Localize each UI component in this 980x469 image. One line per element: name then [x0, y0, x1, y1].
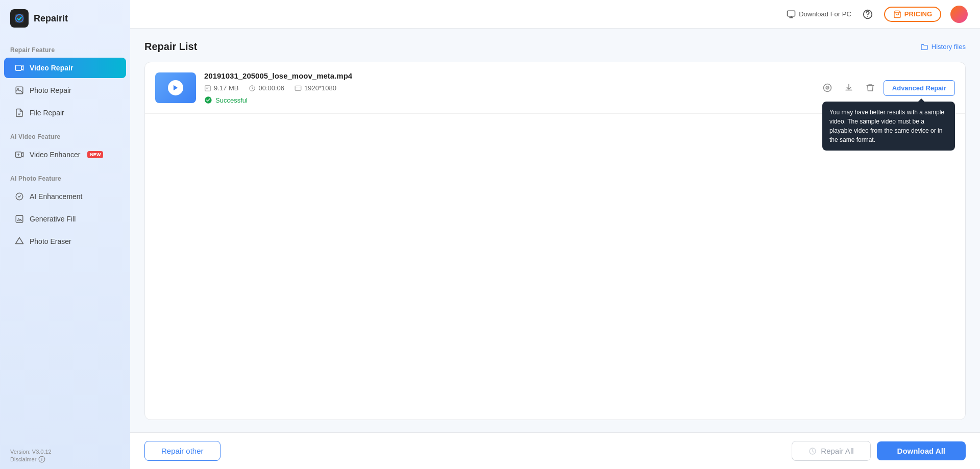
- sidebar-item-photo-eraser-label: Photo Eraser: [30, 237, 71, 245]
- duration-entry: 00:00:06: [249, 84, 284, 92]
- advanced-repair-wrapper: Advanced Repair You may have better resu…: [884, 80, 955, 96]
- fill-icon: [14, 214, 24, 224]
- sidebar-item-generative-fill-label: Generative Fill: [30, 215, 76, 223]
- repair-list: 20191031_205005_lose_moov_meta.mp4 9.17 …: [144, 62, 966, 420]
- item-status: Successful: [204, 96, 811, 104]
- file-size-entry: 9.17 MB: [204, 84, 238, 92]
- user-avatar[interactable]: [950, 6, 968, 23]
- pricing-label: PRICING: [904, 10, 932, 18]
- status-text: Successful: [215, 96, 248, 104]
- history-files-label: History files: [932, 43, 966, 51]
- svg-rect-10: [788, 11, 795, 16]
- svg-rect-15: [295, 86, 301, 90]
- sidebar-item-video-repair-label: Video Repair: [30, 64, 73, 72]
- item-meta: 9.17 MB 00:00:06: [204, 84, 811, 92]
- table-row: 20191031_205005_lose_moov_meta.mp4 9.17 …: [145, 62, 965, 114]
- preview-icon: [823, 83, 832, 92]
- main-content: Download For PC PRICING Repair List: [130, 0, 980, 469]
- content-area: Repair List History files: [130, 29, 980, 432]
- bottom-right-actions: Repair All Download All: [792, 441, 966, 461]
- sidebar-item-video-enhancer-label: Video Enhancer: [30, 151, 80, 159]
- sidebar-item-ai-enhancement-label: AI Enhancement: [30, 192, 83, 201]
- content-header: Repair List History files: [144, 41, 966, 53]
- sidebar-footer: Version: V3.0.12 Disclaimer: [0, 442, 130, 469]
- repair-other-button[interactable]: Repair other: [144, 441, 220, 461]
- svg-rect-7: [16, 215, 23, 223]
- app-logo: Repairit: [0, 0, 130, 37]
- version-text: Version: V3.0.12: [10, 449, 120, 455]
- repair-all-button[interactable]: Repair All: [792, 441, 870, 461]
- download-for-pc-label: Download For PC: [799, 10, 851, 18]
- sidebar-item-photo-repair-label: Photo Repair: [30, 86, 71, 94]
- pricing-button[interactable]: PRICING: [884, 7, 941, 22]
- video-enhancer-icon: [14, 150, 24, 160]
- repair-all-label: Repair All: [821, 447, 853, 455]
- help-button[interactable]: [861, 7, 875, 21]
- monitor-icon: [787, 10, 796, 19]
- ai-photo-label: AI Photo Feature: [0, 166, 130, 185]
- sidebar-item-video-enhancer[interactable]: Video Enhancer NEW: [4, 144, 126, 165]
- page-title: Repair List: [144, 41, 197, 53]
- download-for-pc-button[interactable]: Download For PC: [787, 10, 851, 19]
- duration: 00:00:06: [258, 84, 284, 92]
- disclaimer-link[interactable]: Disclaimer: [10, 456, 120, 463]
- video-icon: [14, 63, 24, 73]
- item-actions: Advanced Repair You may have better resu…: [819, 80, 955, 96]
- headset-icon: [862, 9, 873, 20]
- resolution-entry: 1920*1080: [295, 84, 336, 92]
- file-size: 9.17 MB: [214, 84, 238, 92]
- sidebar-item-file-repair[interactable]: File Repair: [4, 103, 126, 123]
- cart-icon: [893, 10, 901, 18]
- advanced-repair-tooltip: You may have better results with a sampl…: [822, 102, 955, 151]
- advanced-repair-button[interactable]: Advanced Repair: [884, 80, 955, 96]
- history-files-button[interactable]: History files: [920, 43, 966, 51]
- bottom-bar: Repair other Repair All Download All: [130, 432, 980, 469]
- svg-point-12: [867, 16, 868, 17]
- play-button-thumb: [168, 80, 183, 95]
- delete-button[interactable]: [862, 80, 878, 96]
- sidebar: Repairit Repair Feature Video Repair Pho…: [0, 0, 130, 469]
- repair-feature-label: Repair Feature: [0, 37, 130, 57]
- resolution-icon: [295, 85, 302, 92]
- app-logo-icon: [10, 9, 29, 28]
- sidebar-item-photo-eraser[interactable]: Photo Eraser: [4, 231, 126, 252]
- success-icon: [204, 96, 212, 104]
- file-size-icon: [204, 85, 211, 92]
- photo-icon: [14, 85, 24, 95]
- play-icon: [172, 84, 179, 91]
- video-thumbnail: [155, 72, 196, 103]
- item-filename: 20191031_205005_lose_moov_meta.mp4: [204, 71, 811, 80]
- ai-video-label: AI Video Feature: [0, 124, 130, 143]
- sidebar-item-generative-fill[interactable]: Generative Fill: [4, 209, 126, 229]
- sidebar-item-video-repair[interactable]: Video Repair: [4, 58, 126, 78]
- app-name: Repairit: [34, 13, 68, 24]
- info-icon: [38, 456, 45, 463]
- download-all-button[interactable]: Download All: [877, 441, 966, 460]
- sidebar-item-ai-enhancement[interactable]: AI Enhancement: [4, 186, 126, 207]
- clock-icon: [249, 85, 256, 92]
- download-button[interactable]: [841, 80, 857, 96]
- eraser-icon: [14, 236, 24, 246]
- sidebar-item-file-repair-label: File Repair: [30, 109, 64, 117]
- topbar: Download For PC PRICING: [130, 0, 980, 29]
- ai-icon: [14, 191, 24, 202]
- folder-icon: [920, 43, 928, 51]
- download-icon: [844, 83, 853, 92]
- preview-button[interactable]: [819, 80, 836, 96]
- repair-all-icon: [808, 447, 817, 455]
- svg-rect-2: [16, 65, 21, 71]
- new-badge: NEW: [87, 151, 103, 158]
- svg-marker-8: [16, 238, 23, 244]
- trash-icon: [866, 83, 875, 92]
- file-icon: [14, 108, 24, 118]
- item-info: 20191031_205005_lose_moov_meta.mp4 9.17 …: [204, 71, 811, 104]
- sidebar-item-photo-repair[interactable]: Photo Repair: [4, 80, 126, 101]
- resolution: 1920*1080: [304, 84, 336, 92]
